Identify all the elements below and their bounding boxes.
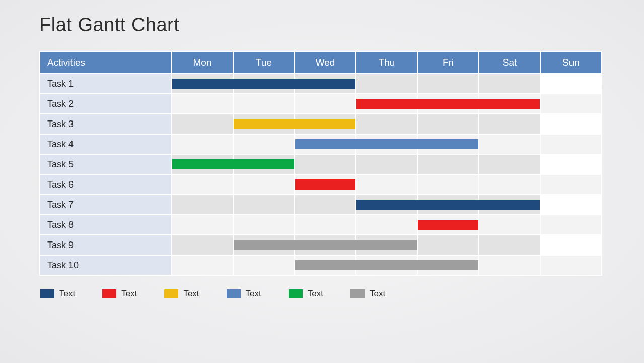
table-row: Task 1 [40, 74, 602, 94]
table-row: Task 3 [40, 114, 602, 134]
legend-swatch-icon [40, 289, 54, 298]
gantt-bar [295, 139, 356, 149]
legend-label: Text [121, 289, 137, 299]
legend-label: Text [308, 289, 323, 299]
table-row: Task 10 [40, 255, 602, 275]
gantt-bar [356, 240, 417, 250]
legend: Text Text Text Text Text Text [39, 289, 614, 299]
gantt-table: Activities Mon Tue Wed Thu Fri Sat Sun T… [39, 51, 602, 276]
col-activities: Activities [40, 51, 172, 74]
legend-item: Text [102, 289, 137, 299]
task-label: Task 4 [40, 134, 172, 154]
col-fri: Fri [417, 51, 479, 74]
gantt-bar [418, 260, 478, 270]
task-label: Task 7 [40, 195, 172, 215]
gantt-header-row: Activities Mon Tue Wed Thu Fri Sat Sun [40, 51, 602, 74]
gantt-bar [479, 200, 540, 210]
col-tue: Tue [233, 51, 295, 74]
table-row: Task 9 [40, 235, 602, 255]
legend-swatch-icon [102, 289, 116, 298]
table-row: Task 8 [40, 215, 602, 235]
gantt-bar [295, 79, 355, 89]
legend-item: Text [227, 289, 261, 299]
gantt-bar [418, 200, 479, 210]
gantt-bar [234, 159, 294, 169]
legend-label: Text [59, 289, 75, 299]
gantt-bar [172, 79, 234, 89]
task-label: Task 1 [40, 74, 172, 94]
gantt-bar [295, 179, 355, 190]
legend-label: Text [370, 289, 385, 299]
gantt-bar [172, 159, 234, 169]
task-label: Task 3 [40, 114, 172, 134]
table-row: Task 7 [40, 195, 602, 215]
gantt-bar [295, 240, 356, 250]
task-label: Task 6 [40, 174, 172, 195]
table-row: Task 5 [40, 154, 602, 174]
gantt-bar [234, 119, 295, 129]
legend-swatch-icon [289, 289, 303, 298]
legend-label: Text [183, 289, 199, 299]
legend-item: Text [164, 289, 199, 299]
task-label: Task 8 [40, 215, 172, 235]
table-row: Task 6 [40, 174, 602, 195]
task-label: Task 9 [40, 235, 172, 255]
col-sun: Sun [540, 51, 602, 74]
task-label: Task 2 [40, 94, 172, 114]
legend-item: Text [350, 289, 385, 299]
legend-item: Text [40, 289, 75, 299]
task-label: Task 5 [40, 154, 172, 174]
gantt-bar [356, 260, 418, 270]
task-label: Task 10 [40, 255, 172, 275]
gantt-bar [356, 139, 418, 149]
legend-item: Text [289, 289, 323, 299]
legend-swatch-icon [227, 289, 241, 298]
gantt-bar [479, 99, 540, 109]
gantt-bar [418, 220, 478, 230]
col-sat: Sat [479, 51, 540, 74]
legend-swatch-icon [164, 289, 178, 298]
gantt-bar [356, 99, 418, 109]
col-thu: Thu [356, 51, 417, 74]
gantt-bar [295, 260, 356, 270]
gantt-bar [234, 79, 295, 89]
table-row: Task 2 [40, 94, 602, 114]
col-wed: Wed [295, 51, 356, 74]
legend-swatch-icon [350, 289, 365, 298]
table-row: Task 4 [40, 134, 602, 154]
gantt-bar [418, 99, 479, 109]
col-mon: Mon [172, 51, 233, 74]
gantt-bar [234, 240, 295, 250]
legend-label: Text [246, 289, 261, 299]
page-title: Flat Gantt Chart [39, 14, 614, 36]
gantt-bar [418, 139, 478, 149]
gantt-bar [356, 200, 418, 210]
gantt-bar [295, 119, 355, 129]
